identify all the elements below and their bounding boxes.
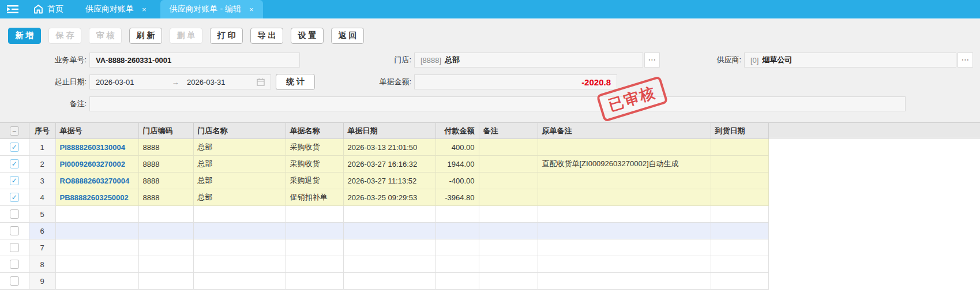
grid-body: 1PI888826031300048888总部采购收货2026-03-13 21… — [0, 139, 768, 290]
cell-doc-type — [286, 239, 343, 256]
store-code: [8888] — [420, 56, 441, 65]
cell-doc-type: 采购收货 — [286, 139, 343, 156]
store-field[interactable]: [8888] 总部 — [414, 53, 643, 68]
supplier-label: 供应商: — [678, 53, 741, 68]
row-seq-cell: 2 — [29, 156, 55, 173]
row-select-cell[interactable] — [0, 189, 29, 206]
header-cell: 原单备注 — [538, 123, 711, 139]
row-select-cell[interactable] — [0, 256, 29, 273]
row-select-cell[interactable] — [0, 273, 29, 290]
cell-store-code: 8888 — [138, 156, 193, 173]
home-icon — [33, 5, 43, 14]
table-row[interactable]: 8 — [0, 256, 768, 273]
header-cell: 序号 — [29, 123, 55, 139]
row-checkbox[interactable] — [10, 276, 19, 286]
cell-amount — [435, 239, 479, 256]
refresh-button[interactable]: 刷 新 — [129, 28, 162, 44]
export-button[interactable]: 导 出 — [250, 28, 283, 44]
tab-2-active[interactable]: 供应商对账单 - 编辑× — [160, 0, 263, 18]
home-tab-label: 首页 — [47, 4, 63, 14]
cell-store-code — [138, 239, 193, 256]
tab-close-icon[interactable]: × — [142, 5, 147, 14]
row-select-cell[interactable] — [0, 239, 29, 256]
cell-orig-remark: 直配收货单[ZI00092603270002]自动生成 — [538, 156, 711, 173]
cell-orig-remark — [538, 239, 711, 256]
cell-remark — [479, 239, 538, 256]
row-checkbox[interactable] — [10, 193, 19, 202]
row-checkbox[interactable] — [10, 243, 19, 252]
store-lookup-button[interactable]: ⋯ — [644, 53, 660, 68]
date-start-value[interactable]: 2026-03-01 — [96, 78, 164, 87]
collapse-menu-icon[interactable] — [0, 0, 25, 18]
cell-store-name — [193, 223, 286, 239]
row-checkbox[interactable] — [10, 143, 19, 152]
cell-doc-no[interactable]: PI88882603130004 — [55, 139, 138, 156]
table-row[interactable]: 9 — [0, 273, 768, 290]
workspace: 新 增保 存审 核刷 新删 单打 印导 出设 置返 回 业务单号: VA-888… — [0, 18, 980, 122]
store-name: 总部 — [445, 55, 460, 65]
biz-no-field[interactable]: VA-8888-260331-0001 — [89, 53, 300, 68]
row-select-cell[interactable] — [0, 156, 29, 173]
table-row[interactable]: 3RO888826032700048888总部采购退货2026-03-27 11… — [0, 173, 768, 189]
cell-arrival-date — [711, 173, 768, 189]
biz-no-value: VA-8888-260331-0001 — [96, 56, 171, 65]
table-row[interactable]: 2PI000926032700028888总部采购收货2026-03-27 16… — [0, 156, 768, 173]
add-button[interactable]: 新 增 — [8, 28, 41, 44]
cell-amount — [435, 256, 479, 273]
row-checkbox[interactable] — [10, 209, 19, 219]
table-row[interactable]: 1PI888826031300048888总部采购收货2026-03-13 21… — [0, 139, 768, 156]
supplier-field[interactable]: [0] 烟草公司 — [744, 53, 956, 68]
date-range-field[interactable]: 2026-03-01 → 2026-03-31 — [89, 74, 271, 89]
header-select-all-cell[interactable] — [0, 123, 29, 139]
row-select-cell[interactable] — [0, 139, 29, 156]
cell-doc-date: 2026-03-27 11:13:52 — [343, 173, 435, 189]
row-select-cell[interactable] — [0, 173, 29, 189]
table-row[interactable]: 7 — [0, 239, 768, 256]
cell-arrival-date — [711, 139, 768, 156]
select-all-checkbox[interactable] — [10, 126, 19, 136]
row-checkbox[interactable] — [10, 176, 19, 185]
print-button[interactable]: 打 印 — [210, 28, 243, 44]
tab-1[interactable]: 供应商对账单× — [76, 0, 156, 18]
table-row[interactable]: 5 — [0, 206, 768, 223]
row-select-cell[interactable] — [0, 223, 29, 239]
supplier-lookup-button[interactable]: ⋯ — [958, 53, 973, 68]
cell-store-code: 8888 — [138, 189, 193, 206]
cell-amount — [435, 273, 479, 290]
supplier-name: 烟草公司 — [762, 55, 792, 65]
remark-field[interactable] — [89, 96, 906, 111]
cell-amount: 400.00 — [435, 139, 479, 156]
calendar-icon[interactable] — [257, 78, 265, 86]
table-row[interactable]: 4PB888826032500028888总部促销扣补单2026-03-25 0… — [0, 189, 768, 206]
cell-arrival-date — [711, 256, 768, 273]
toolbar: 新 增保 存审 核刷 新删 单打 印导 出设 置返 回 — [8, 28, 364, 44]
cell-doc-no[interactable]: PB88882603250002 — [55, 189, 138, 206]
cell-doc-no[interactable]: PI00092603270002 — [55, 156, 138, 173]
cell-store-name — [193, 206, 286, 223]
row-checkbox[interactable] — [10, 226, 19, 235]
cell-doc-date — [343, 256, 435, 273]
cell-doc-no — [55, 256, 138, 273]
back-button[interactable]: 返 回 — [331, 28, 364, 44]
cell-store-code — [138, 223, 193, 239]
row-select-cell[interactable] — [0, 206, 29, 223]
date-end-value[interactable]: 2026-03-31 — [187, 78, 257, 87]
cell-store-name: 总部 — [193, 189, 286, 206]
tab-close-icon[interactable]: × — [249, 5, 254, 14]
row-checkbox[interactable] — [10, 260, 19, 269]
grid-header-row: 序号单据号门店编码门店名称单据名称单据日期付款金额备注原单备注到货日期 — [0, 123, 768, 139]
top-tab-bar: 首页 供应商对账单×供应商对账单 - 编辑× — [0, 0, 980, 18]
cell-doc-no[interactable]: RO88882603270004 — [55, 173, 138, 189]
settings-button[interactable]: 设 置 — [291, 28, 324, 44]
cell-doc-type — [286, 256, 343, 273]
cell-remark — [479, 173, 538, 189]
stats-button[interactable]: 统 计 — [276, 74, 315, 90]
documents-table: 序号单据号门店编码门店名称单据名称单据日期付款金额备注原单备注到货日期 1PI8… — [0, 122, 769, 290]
tab-home[interactable]: 首页 — [25, 0, 72, 18]
cell-doc-type — [286, 223, 343, 239]
cell-arrival-date — [711, 239, 768, 256]
row-checkbox[interactable] — [10, 159, 19, 168]
header-cell: 付款金额 — [435, 123, 479, 139]
table-row[interactable]: 6 — [0, 223, 768, 239]
cell-amount: -400.00 — [435, 173, 479, 189]
